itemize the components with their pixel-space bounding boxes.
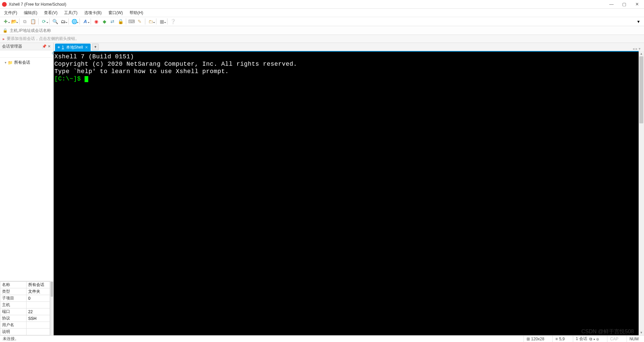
panel-close-button[interactable]: ✕ bbox=[47, 44, 51, 49]
highlight-button[interactable]: ✎ bbox=[136, 18, 143, 25]
titlebar: Xshell 7 (Free for Home/School) — ▢ ✕ bbox=[0, 0, 644, 9]
transfer-button[interactable]: ⇄ bbox=[109, 18, 116, 25]
table-row: 主机 bbox=[0, 302, 50, 308]
scroll-up-icon[interactable]: ▲ bbox=[639, 51, 644, 56]
terminal-scrollbar[interactable]: ▲ ▼ bbox=[639, 51, 644, 335]
session-manager-panel: 会话管理器 📌 ✕ 🔍 ▾ 📁 所有会话 名称所有会话 类型文件夹 子项目0 主… bbox=[0, 43, 54, 335]
status-caps: CAP bbox=[607, 336, 621, 342]
menu-help[interactable]: 帮助(H) bbox=[126, 9, 147, 17]
session-manager-header: 会话管理器 📌 ✕ bbox=[0, 43, 53, 50]
session-manager-title: 会话管理器 bbox=[2, 44, 22, 49]
tabbar: 1 本地Shell ✕ + ◂ ▸ ▾ bbox=[54, 43, 644, 51]
find-button[interactable]: 🔍 bbox=[51, 18, 59, 25]
session-search: 🔍 bbox=[0, 50, 53, 58]
font-button[interactable]: A bbox=[82, 18, 89, 25]
menu-view[interactable]: 查看(V) bbox=[41, 9, 61, 17]
window-title: Xshell 7 (Free for Home/School) bbox=[9, 2, 609, 7]
session-tree-root[interactable]: ▾ 📁 所有会话 bbox=[2, 59, 51, 66]
tab-number: 1 bbox=[62, 45, 64, 50]
properties-table: 名称所有会话 类型文件夹 子项目0 主机 端口22 协议SSH 用户名 说明 bbox=[0, 281, 50, 335]
body: 会话管理器 📌 ✕ 🔍 ▾ 📁 所有会话 名称所有会话 类型文件夹 子项目0 主… bbox=[0, 43, 644, 335]
status-num: NUM bbox=[627, 336, 641, 342]
status-size: ⊞ 120x28 bbox=[524, 336, 547, 342]
close-button[interactable]: ✕ bbox=[635, 2, 639, 7]
menu-tabs[interactable]: 选项卡(B) bbox=[81, 9, 105, 17]
menu-window[interactable]: 窗口(W) bbox=[105, 9, 126, 17]
table-row: 协议SSH bbox=[0, 315, 50, 322]
statusbar: 未连接。 ⊞ 120x28 ≡ 5,9 1 会话 ⧉ ▸ ⊕ CAP NUM bbox=[0, 335, 644, 342]
toolbar-separator bbox=[80, 18, 80, 24]
copy-button[interactable]: ⧉ bbox=[21, 18, 29, 25]
session-tree[interactable]: ▾ 📁 所有会话 bbox=[0, 58, 53, 281]
main: 1 本地Shell ✕ + ◂ ▸ ▾ Xshell 7 (Build 0151… bbox=[54, 43, 644, 335]
menu-edit[interactable]: 编辑(E) bbox=[20, 9, 41, 17]
pin-button[interactable]: 📌 bbox=[42, 44, 47, 49]
toolbar: ✚ 📂 ⧉ 📋 ⟳ 🔍 🗂 🌐 A ◉ ◆ ⇄ 🔒 ⌨ ✎ 🗀 ▦ ❔ ▾ bbox=[0, 17, 644, 26]
menu-file[interactable]: 文件(F) bbox=[1, 9, 20, 17]
maximize-button[interactable]: ▢ bbox=[622, 2, 627, 7]
open-button[interactable]: 📂 bbox=[10, 18, 17, 25]
hint-bar: ▸ 要添加当前会话，点击左侧的箭头按钮。 bbox=[0, 35, 644, 43]
terminal-prompt-line: [C:\~]$ bbox=[54, 75, 638, 82]
properties-scrollbar[interactable] bbox=[50, 281, 53, 335]
tab-local-shell[interactable]: 1 本地Shell ✕ bbox=[55, 44, 91, 51]
tab-label: 本地Shell bbox=[66, 45, 83, 50]
lock-button[interactable]: 🔒 bbox=[117, 18, 124, 25]
tab-status-icon bbox=[58, 46, 60, 48]
tab-add-button[interactable]: + bbox=[92, 44, 99, 50]
app-icon bbox=[2, 2, 7, 7]
toolbar-separator bbox=[38, 18, 39, 24]
terminal-cursor bbox=[85, 76, 88, 82]
help-button[interactable]: ❔ bbox=[169, 18, 177, 25]
toolbar-overflow-button[interactable]: ▾ bbox=[635, 18, 642, 25]
address-input[interactable] bbox=[10, 28, 641, 33]
session-properties: 名称所有会话 类型文件夹 子项目0 主机 端口22 协议SSH 用户名 说明 bbox=[0, 281, 53, 335]
toolbar-separator bbox=[167, 18, 167, 24]
toolbar-separator bbox=[91, 18, 91, 24]
hint-text: 要添加当前会话，点击左侧的箭头按钮。 bbox=[7, 36, 79, 42]
toolbar-separator bbox=[126, 18, 126, 24]
status-connection: 未连接。 bbox=[3, 336, 19, 342]
table-row: 名称所有会话 bbox=[0, 282, 50, 288]
sessions-button[interactable]: 🗀 bbox=[147, 18, 154, 25]
new-session-button[interactable]: ✚ bbox=[2, 18, 9, 25]
folder-icon: 📁 bbox=[8, 60, 13, 65]
table-row: 说明 bbox=[0, 329, 50, 335]
address-bar: 🔒 bbox=[0, 26, 644, 35]
tab-nav[interactable]: ◂ ▸ ▾ bbox=[631, 47, 643, 51]
menubar: 文件(F) 编辑(E) 查看(V) 工具(T) 选项卡(B) 窗口(W) 帮助(… bbox=[0, 9, 644, 17]
terminal[interactable]: Xshell 7 (Build 0151) Copyright (c) 2020… bbox=[54, 51, 639, 335]
toolbar-separator bbox=[68, 18, 69, 24]
window-controls: — ▢ ✕ bbox=[609, 2, 642, 7]
table-row: 端口22 bbox=[0, 308, 50, 315]
layout-button[interactable]: ▦ bbox=[158, 18, 165, 25]
toolbar-separator bbox=[49, 18, 50, 24]
menu-tools[interactable]: 工具(T) bbox=[61, 9, 81, 17]
collapse-icon: ▾ bbox=[5, 61, 6, 64]
terminal-container: Xshell 7 (Build 0151) Copyright (c) 2020… bbox=[54, 51, 644, 335]
table-row: 类型文件夹 bbox=[0, 288, 50, 295]
table-row: 用户名 bbox=[0, 322, 50, 329]
properties-button[interactable]: 🗂 bbox=[59, 18, 67, 25]
session-tree-root-label: 所有会话 bbox=[14, 60, 30, 65]
xftp-button[interactable]: ◆ bbox=[101, 18, 108, 25]
scroll-down-icon[interactable]: ▼ bbox=[639, 330, 644, 335]
session-search-input[interactable] bbox=[1, 52, 52, 56]
terminal-prompt: [C:\~]$ bbox=[54, 75, 85, 82]
status-cursor-pos: ≡ 5,9 bbox=[552, 336, 567, 342]
terminal-line: Type `help' to learn how to use Xshell p… bbox=[54, 68, 638, 75]
toolbar-separator bbox=[19, 18, 19, 24]
browser-button[interactable]: 🌐 bbox=[70, 18, 78, 25]
terminal-line: Xshell 7 (Build 0151) bbox=[54, 53, 638, 60]
table-row: 子项目0 bbox=[0, 295, 50, 302]
minimize-button[interactable]: — bbox=[609, 2, 614, 7]
toolbar-separator bbox=[145, 18, 145, 24]
lock-icon: 🔒 bbox=[3, 28, 8, 33]
tab-close-button[interactable]: ✕ bbox=[85, 45, 88, 50]
status-sessions: 1 会话 ⧉ ▸ ⊕ bbox=[573, 336, 602, 342]
keyboard-button[interactable]: ⌨ bbox=[128, 18, 135, 25]
paste-button[interactable]: 📋 bbox=[29, 18, 37, 25]
xshell-button[interactable]: ◉ bbox=[93, 18, 100, 25]
toolbar-separator bbox=[156, 18, 156, 24]
reconnect-button[interactable]: ⟳ bbox=[40, 18, 48, 25]
